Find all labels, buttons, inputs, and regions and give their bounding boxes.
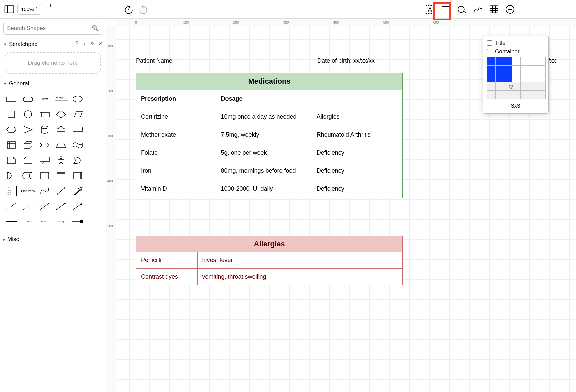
ruler-vertical: 100 200 300 400 500	[106, 26, 116, 392]
shape-srctgt-link[interactable]: Src—Tgt	[53, 215, 69, 228]
shape-circle[interactable]	[20, 108, 36, 121]
title-checkbox-row[interactable]: Title	[487, 40, 544, 46]
table-size-picker[interactable]	[487, 57, 545, 99]
shape-and[interactable]	[3, 169, 19, 182]
ruler-horizontal: 0 100 200 300 400 500 600	[116, 19, 576, 26]
shape-blank2[interactable]	[86, 108, 102, 121]
shape-square[interactable]	[3, 108, 19, 121]
shape-internal-storage[interactable]	[3, 138, 19, 152]
shape-vcontainer[interactable]	[53, 169, 69, 182]
shape-ellipse[interactable]	[70, 92, 86, 106]
shape-parallelogram[interactable]	[70, 108, 86, 121]
shape-line-bidir[interactable]	[53, 200, 69, 213]
shape-list-item[interactable]: List Item	[20, 184, 36, 198]
shape-line[interactable]	[37, 200, 53, 213]
caret-down-icon: ▼	[3, 42, 7, 46]
shape-blank3[interactable]	[86, 123, 102, 136]
table-row[interactable]: Folate5g, one per weekDeficiency	[136, 144, 402, 162]
title-checkbox[interactable]	[487, 40, 492, 46]
svg-text:A: A	[428, 6, 432, 13]
scratchpad-header[interactable]: ▼ Scratchpad ? ＋ ✎ ✕	[0, 38, 106, 50]
shape-dotted-line[interactable]	[20, 200, 36, 213]
freehand-tool-icon[interactable]	[473, 4, 483, 15]
shape-note[interactable]	[3, 154, 19, 167]
shapes-palette: Text HeadingLorem ipsum dolor sit	[0, 90, 106, 231]
svg-rect-24	[7, 142, 15, 148]
scratchpad-dropzone[interactable]: Drag elements here	[5, 52, 101, 74]
table-row[interactable]: Iron80mg, mornings before foodDeficiency	[136, 162, 402, 180]
add-tool-icon[interactable]	[505, 4, 515, 15]
close-icon[interactable]: ✕	[98, 41, 102, 48]
add-icon[interactable]: ＋	[82, 41, 87, 48]
shape-hexagon[interactable]	[3, 123, 19, 136]
chevron-down-icon: ˅	[35, 6, 38, 12]
shape-data-storage[interactable]	[20, 169, 36, 182]
shape-blank4[interactable]	[86, 138, 102, 152]
medications-table[interactable]: Medications Prescription Dosage Certiriz…	[136, 73, 403, 198]
shape-rounded-rect[interactable]	[20, 92, 36, 106]
svg-point-5	[458, 6, 464, 12]
shape-thick-link[interactable]	[3, 215, 19, 228]
shape-text[interactable]: Text	[37, 92, 53, 106]
container-checkbox[interactable]	[487, 49, 492, 54]
table-row[interactable]: Vitamin D1000-2000 IU, dailyDeficiency	[136, 180, 402, 198]
general-header[interactable]: ▼ General	[0, 78, 106, 90]
shape-diamond[interactable]	[53, 108, 69, 121]
shape-block-arrow[interactable]	[70, 184, 86, 198]
shape-callout[interactable]	[37, 154, 53, 167]
shape-bidir-arrow[interactable]	[53, 184, 69, 198]
shape-blank9[interactable]	[86, 215, 102, 228]
shape-or[interactable]	[70, 154, 86, 167]
shape-arrow[interactable]	[70, 200, 86, 213]
search-input[interactable]	[3, 22, 102, 35]
shape-cloud[interactable]	[53, 123, 69, 136]
allergies-table[interactable]: Allergies Penicillinhives, fever Contras…	[136, 236, 403, 285]
svg-point-28	[60, 157, 62, 159]
shape-dashed-line[interactable]	[3, 200, 19, 213]
ellipse-tool-icon[interactable]	[457, 4, 467, 15]
table-row[interactable]: Certirizine10mg once a day as neededAlle…	[136, 108, 402, 126]
shape-rectangle[interactable]	[3, 92, 19, 106]
shape-curve[interactable]	[37, 184, 53, 198]
shape-callout-rect[interactable]	[70, 123, 86, 136]
help-icon[interactable]: ?	[75, 41, 78, 48]
svg-line-41	[56, 203, 66, 210]
edit-icon[interactable]: ✎	[90, 41, 95, 48]
shape-blank7[interactable]	[86, 184, 102, 198]
new-page-button[interactable]	[44, 4, 55, 15]
shape-hcontainer[interactable]	[70, 169, 86, 182]
shape-tape[interactable]	[70, 138, 86, 152]
shape-triangle[interactable]	[20, 123, 36, 136]
shape-blank[interactable]	[86, 92, 102, 106]
container-checkbox-row[interactable]: Container	[487, 48, 544, 55]
shape-cube[interactable]	[20, 138, 36, 152]
shape-msg-link[interactable]	[70, 215, 86, 228]
sidebar: 🔍 ▼ Scratchpad ? ＋ ✎ ✕ Drag elements her…	[0, 19, 106, 392]
sidebar-toggle-icon[interactable]	[4, 4, 15, 15]
shape-blank8[interactable]	[86, 200, 102, 213]
shape-label-link[interactable]: —Label→	[20, 215, 36, 228]
svg-line-38	[7, 203, 16, 210]
table-row[interactable]: Contrast dyesvomiting, throat swelling	[136, 269, 402, 285]
svg-rect-0	[5, 6, 14, 13]
table-row[interactable]: Methotrexate7.5mg, weeklyRheumatoid Arth…	[136, 126, 402, 144]
table-row[interactable]: Penicillinhives, fever	[136, 252, 402, 269]
svg-rect-15	[23, 97, 33, 102]
shape-card[interactable]	[20, 154, 36, 167]
shape-step[interactable]	[37, 138, 53, 152]
undo-button[interactable]	[123, 4, 134, 15]
shape-cylinder[interactable]	[37, 123, 53, 136]
shape-blank6[interactable]	[86, 169, 102, 182]
shape-container[interactable]	[37, 169, 53, 182]
shape-list[interactable]: ListItem1Item2Item3	[3, 184, 19, 198]
redo-button[interactable]	[138, 4, 149, 15]
shape-actor[interactable]	[53, 154, 69, 167]
shape-trapezoid[interactable]	[53, 138, 69, 152]
zoom-select[interactable]: 100% ˅	[17, 4, 41, 15]
misc-header[interactable]: ▸ Misc	[0, 233, 106, 245]
shape-src-link[interactable]: Source→	[37, 215, 53, 228]
shape-process[interactable]	[37, 108, 53, 121]
shape-blank5[interactable]	[86, 154, 102, 167]
shape-heading[interactable]: HeadingLorem ipsum dolor sit	[53, 92, 69, 106]
table-tool-icon[interactable]	[489, 4, 499, 15]
